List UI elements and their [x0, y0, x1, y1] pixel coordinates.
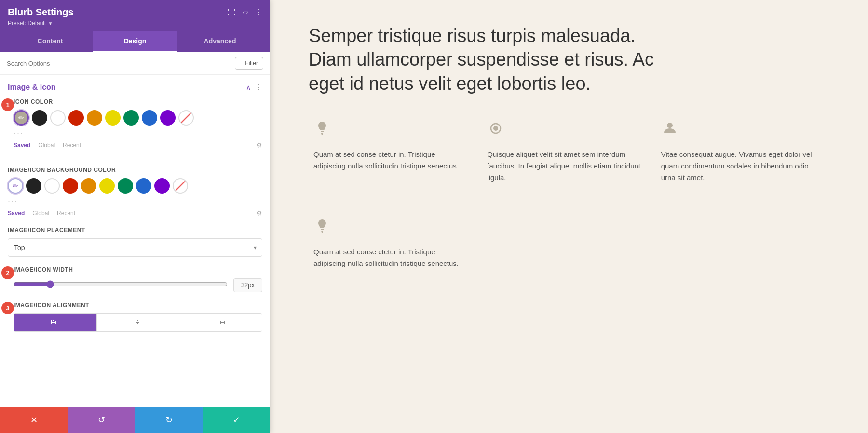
placement-select-wrapper: Top Left Right ▾ [8, 238, 262, 257]
redo-button[interactable]: ↻ [135, 407, 203, 433]
blurb-col-3: Vitae consequat augue. Vivamus eget dolo… [656, 110, 829, 193]
filter-button[interactable]: + Filter [235, 57, 263, 70]
blurb-icon-bottom-1 [313, 217, 467, 238]
save-button[interactable]: ✓ [203, 407, 270, 433]
collapse-icon[interactable]: ∧ [246, 84, 251, 91]
icon-color-label: Icon Color [14, 98, 262, 105]
bg-saved-link[interactable]: Saved [8, 210, 25, 217]
bg-settings-icon[interactable]: ⚙ [256, 210, 262, 217]
preset-selector[interactable]: Preset: Default ▼ [8, 20, 262, 27]
panel-title: Blurb Settings [8, 7, 74, 18]
alignment-label: Image/Icon Alignment [14, 302, 262, 308]
color-swatch-white[interactable] [50, 110, 66, 126]
section-title: Image & Icon [8, 83, 56, 92]
blurbs-grid-bottom: Quam at sed conse ctetur in. Tristique a… [309, 208, 829, 279]
save-icon: ✓ [233, 415, 240, 425]
badge-1: 1 [1, 98, 14, 111]
search-bar: + Filter [0, 52, 270, 75]
preset-label: Preset: Default [8, 20, 46, 27]
color-meta-row: Saved Global Recent ⚙ [14, 141, 262, 149]
color-swatch-orange[interactable] [87, 110, 102, 126]
tab-design[interactable]: Design [93, 31, 177, 52]
align-center-button[interactable] [97, 314, 180, 331]
color-swatch-red[interactable] [68, 110, 84, 126]
bg-recent-link[interactable]: Recent [57, 210, 75, 217]
bg-swatch-green[interactable] [118, 178, 133, 194]
align-right-button[interactable] [179, 314, 262, 331]
color-swatch-pencil[interactable]: ✏ [14, 110, 29, 126]
settings-panel: Blurb Settings ⛶ ▱ ⋮ Preset: Default ▼ C… [0, 0, 270, 433]
tab-advanced[interactable]: Advanced [177, 31, 262, 52]
width-slider-row: 32px [14, 278, 262, 292]
blurb-empty-2 [482, 208, 655, 279]
color-swatch-green[interactable] [123, 110, 139, 126]
panel-actions: ✕ ↺ ↻ ✓ [0, 407, 270, 433]
bg-swatch-purple[interactable] [154, 178, 170, 194]
blurb-icon-1 [313, 120, 467, 141]
blurb-icon-2 [487, 120, 641, 141]
recent-link[interactable]: Recent [63, 142, 81, 149]
bg-color-more-dots[interactable]: ··· [8, 196, 262, 207]
badge-2: 2 [1, 266, 14, 279]
placement-field: Image/Icon Placement Top Left Right ▾ [8, 227, 262, 257]
color-swatch-black[interactable] [32, 110, 47, 126]
icon-color-field: 1 Icon Color ✏ ··· Saved [8, 98, 262, 157]
panel-tabs: Content Design Advanced [8, 31, 262, 52]
redo-icon: ↻ [165, 415, 173, 425]
icon-bg-label: Image/Icon Background Color [8, 167, 262, 173]
panel-content: Image & Icon ∧ ⋮ 1 Icon Color ✏ [0, 75, 270, 407]
bg-swatch-pencil[interactable]: ✏ [8, 178, 23, 194]
blurb-text-bottom-1: Quam at sed conse ctetur in. Tristique a… [313, 246, 467, 269]
more-icon[interactable]: ⋮ [255, 8, 262, 17]
blurb-icon-3 [661, 120, 815, 141]
width-label: Image/Icon Width [14, 266, 262, 273]
bg-swatch-yellow[interactable] [99, 178, 115, 194]
bg-swatch-white[interactable] [44, 178, 60, 194]
placement-select[interactable]: Top Left Right [8, 238, 262, 257]
cancel-button[interactable]: ✕ [0, 407, 68, 433]
section-menu-icon[interactable]: ⋮ [255, 83, 262, 92]
width-field: 2 Image/Icon Width 32px [8, 266, 262, 292]
blurb-col-2: Quisque aliquet velit sit amet sem inter… [482, 110, 655, 193]
blurb-col-bottom-1: Quam at sed conse ctetur in. Tristique a… [309, 208, 482, 279]
bg-swatch-red[interactable] [63, 178, 78, 194]
preset-arrow: ▼ [48, 21, 53, 26]
align-center-icon [134, 319, 142, 326]
color-settings-icon[interactable]: ⚙ [256, 141, 262, 149]
bg-swatch-none[interactable] [173, 178, 188, 194]
cancel-icon: ✕ [30, 415, 38, 425]
alignment-buttons [14, 313, 262, 332]
saved-link[interactable]: Saved [14, 142, 30, 149]
bg-global-link[interactable]: Global [32, 210, 49, 217]
global-link[interactable]: Global [38, 142, 55, 149]
width-slider-wrapper [14, 280, 228, 290]
panel-header-top: Blurb Settings ⛶ ▱ ⋮ [8, 7, 262, 18]
width-slider[interactable] [14, 280, 228, 288]
color-swatch-purple[interactable] [160, 110, 176, 126]
color-swatch-blue[interactable] [142, 110, 157, 126]
undo-button[interactable]: ↺ [68, 407, 135, 433]
content-area: Semper tristique risus turpis malesuada.… [270, 0, 868, 433]
align-left-button[interactable] [14, 314, 97, 331]
blurb-text-2: Quisque aliquet velit sit amet sem inter… [487, 149, 641, 183]
color-swatch-yellow[interactable] [105, 110, 121, 126]
panel-header: Blurb Settings ⛶ ▱ ⋮ Preset: Default ▼ C… [0, 0, 270, 52]
badge-3: 3 [1, 302, 14, 314]
icon-bg-field: Image/Icon Background Color ✏ ··· Saved … [8, 167, 262, 217]
color-swatch-none[interactable] [178, 110, 194, 126]
color-more-dots[interactable]: ··· [14, 128, 262, 139]
svg-point-10 [493, 126, 498, 131]
align-left-icon [51, 319, 59, 326]
search-input[interactable] [7, 60, 231, 67]
alignment-field: 3 Image/Icon Alignment [8, 302, 262, 332]
expand-icon[interactable]: ⛶ [228, 8, 235, 17]
blurb-text-1: Quam at sed conse ctetur in. Tristique a… [313, 149, 467, 172]
bg-swatch-black[interactable] [26, 178, 41, 194]
split-icon[interactable]: ▱ [242, 8, 248, 17]
bg-swatch-orange[interactable] [81, 178, 96, 194]
panel-header-icons: ⛶ ▱ ⋮ [228, 8, 262, 17]
tab-content[interactable]: Content [8, 31, 93, 52]
bg-swatch-blue[interactable] [136, 178, 151, 194]
icon-bg-swatches: ✏ [8, 178, 262, 194]
blurb-col-1: Quam at sed conse ctetur in. Tristique a… [309, 110, 482, 193]
